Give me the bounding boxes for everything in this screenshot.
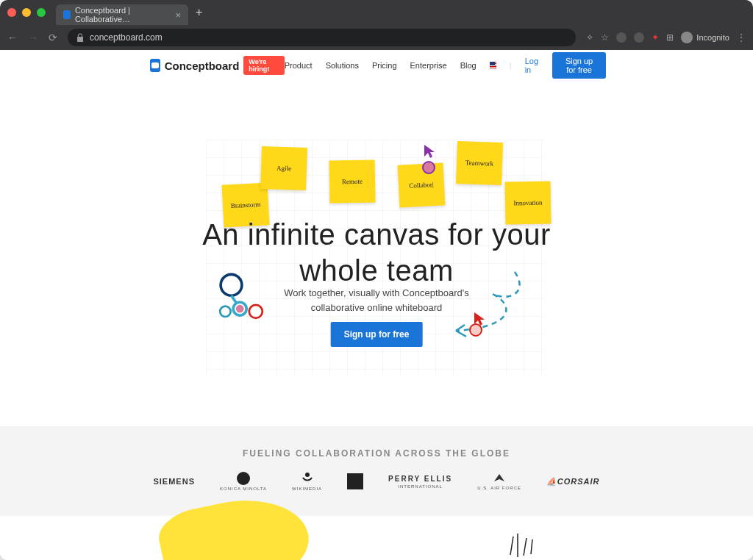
ext-icon[interactable]: ✧	[586, 32, 593, 43]
logo-konica: KONICA MINOLTA	[220, 472, 267, 491]
back-button[interactable]: ←	[7, 32, 18, 43]
nav-pricing[interactable]: Pricing	[372, 61, 397, 70]
tab-title: Conceptboard | Collaborative…	[75, 6, 168, 24]
window-controls	[7, 8, 46, 17]
logo-johck	[347, 473, 363, 489]
user-avatar-red	[469, 323, 482, 337]
signup-hero-button[interactable]: Sign up for free	[331, 322, 423, 347]
nav-solutions[interactable]: Solutions	[326, 61, 359, 70]
browser-tab[interactable]: Conceptboard | Collaborative… ×	[56, 4, 188, 25]
svg-point-5	[305, 473, 310, 477]
lock-icon	[76, 33, 84, 42]
sticky-teamwork: Teamwork	[456, 141, 503, 185]
logo-wikimedia: WIKIMEDIA	[292, 472, 322, 491]
menu-icon[interactable]: ⋮	[737, 32, 746, 43]
hero-title: An infinite canvas for yourwhole team	[0, 217, 753, 289]
sticky-agile: Agile	[260, 146, 307, 190]
maximize-window-button[interactable]	[37, 8, 46, 17]
cursor-purple-icon	[423, 143, 436, 159]
ext-icon[interactable]	[616, 32, 627, 43]
incognito-icon	[681, 32, 693, 43]
favicon-icon	[63, 10, 71, 19]
address-bar[interactable]: conceptboard.com	[68, 29, 576, 46]
minimize-window-button[interactable]	[22, 8, 31, 17]
site-header: Conceptboard We're hiring! Product Solut…	[0, 50, 753, 81]
signup-header-button[interactable]: Sign up for free	[552, 52, 606, 79]
url-text: conceptboard.com	[90, 32, 163, 43]
browser-toolbar: ← → ⟳ conceptboard.com ✧ ☆ ✦ ⊞ Incognito…	[0, 25, 753, 50]
ext-icon[interactable]: ✦	[652, 32, 659, 43]
login-link[interactable]: Log in	[525, 57, 539, 74]
logo-icon	[150, 59, 160, 72]
customer-logos: SIEMENS KONICA MINOLTA WIKIMEDIA PERRY E…	[0, 472, 753, 491]
logo-corsair: ⛵CORSAIR	[546, 477, 600, 487]
star-icon[interactable]: ☆	[601, 32, 609, 43]
logo-siemens: SIEMENS	[153, 477, 195, 486]
extension-icons: ✧ ☆ ✦ ⊞ Incognito ⋮	[586, 32, 746, 43]
customers-heading: FUELING COLLABORATION ACROSS THE GLOBE	[0, 448, 753, 459]
close-tab-icon[interactable]: ×	[175, 10, 181, 21]
hero-section: Brainstorm Agile Remote Collabor| Teamwo…	[0, 81, 753, 397]
deco-scribble-icon	[503, 529, 547, 559]
separator: |	[510, 61, 512, 70]
puzzle-icon[interactable]: ⊞	[666, 32, 674, 43]
forward-button[interactable]: →	[28, 32, 38, 43]
ext-icon[interactable]	[634, 32, 644, 43]
logo-perry-ellis: PERRY ELLISINTERNATIONAL	[388, 475, 452, 489]
logo-airforce: U.S. AIR FORCE	[477, 473, 521, 490]
user-avatar-purple	[422, 161, 435, 174]
brand-name: Conceptboard	[165, 60, 240, 72]
main-nav: Product Solutions Pricing Enterprise Blo…	[285, 52, 606, 79]
hiring-badge[interactable]: We're hiring!	[243, 56, 284, 75]
sticky-remote: Remote	[329, 159, 375, 203]
nav-product[interactable]: Product	[285, 61, 313, 70]
customers-section: FUELING COLLABORATION ACROSS THE GLOBE S…	[0, 426, 753, 516]
brand[interactable]: Conceptboard We're hiring!	[150, 56, 285, 75]
language-flag-icon[interactable]	[490, 62, 496, 69]
new-tab-button[interactable]: +	[196, 6, 202, 19]
hero-subtitle: Work together, visually with Conceptboar…	[0, 286, 753, 315]
sticky-collabor: Collabor|	[398, 162, 446, 207]
browser-titlebar: Conceptboard | Collaborative… × +	[0, 0, 753, 25]
incognito-indicator: Incognito	[681, 32, 729, 43]
nav-enterprise[interactable]: Enterprise	[410, 61, 447, 70]
nav-blog[interactable]: Blog	[460, 61, 477, 70]
reload-button[interactable]: ⟳	[49, 32, 57, 43]
close-window-button[interactable]	[7, 8, 16, 17]
